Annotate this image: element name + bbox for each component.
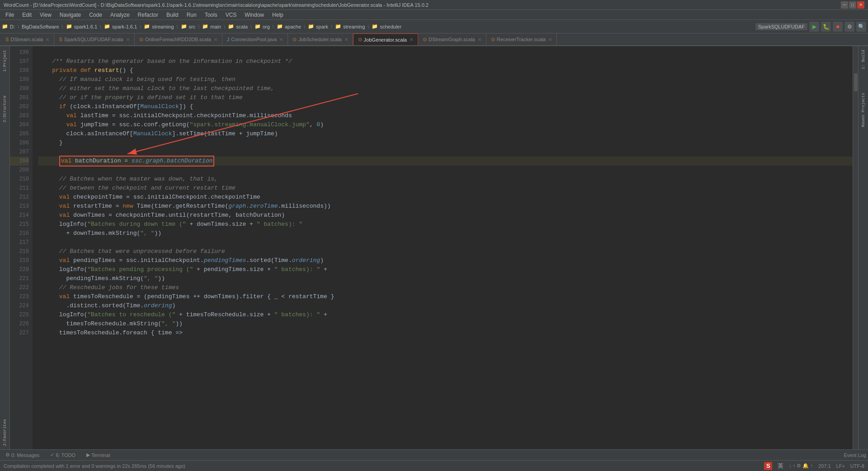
maximize-button[interactable]: □ [849,1,856,9]
breadcrumb-d[interactable]: D: [10,24,15,29]
window-controls: ─ □ ✕ [841,1,864,9]
bottom-tab-todo[interactable]: ✓ 6: TODO [47,451,79,459]
menu-view[interactable]: View [36,11,55,19]
event-log-label[interactable]: Event Log [844,452,866,458]
breadcrumb-streaming2[interactable]: streaming [343,24,365,29]
line-numbers: 196 197 198 199 200 201 202 203 204 205 … [10,46,33,449]
menu-run[interactable]: Run [183,11,200,19]
tab-close-dstreamgraph[interactable]: ✕ [478,37,481,42]
tab-dstreamgraph[interactable]: ⊙ DStreamGraph.scala ✕ [418,33,486,45]
debug-button[interactable]: 🐛 [821,22,831,32]
status-linesep[interactable]: LF+ [836,463,845,469]
code-line-221: pendingTimes.mkString(", ")) [38,274,853,283]
terminal-icon: ▶ [86,452,90,458]
tab-close-jobgenerator[interactable]: ✕ [410,37,413,42]
tab-connpool[interactable]: J ConnectionPool.java ✕ [222,33,288,45]
search-button[interactable]: 🔍 [856,22,866,32]
menu-code[interactable]: Code [85,11,106,19]
status-encoding[interactable]: UTF-8 [850,463,864,469]
code-line-214: val downTimes = checkpointTime.until(res… [38,211,853,220]
code-line-203: val lastTime = ssc.initialCheckpoint.che… [38,111,853,120]
tab-receivertracker[interactable]: ⊙ ReceiverTracker.scala ✕ [486,33,557,45]
breadcrumb-apache[interactable]: apache [285,24,301,29]
menu-tools[interactable]: Tools [201,11,221,19]
tab-dstream[interactable]: S DStream.scala ✕ [1,33,54,45]
folder-icon-spark161: 📁 [66,24,72,29]
tab-icon-connpool: J [227,37,230,42]
sidebar-build[interactable]: 1: Build [860,48,867,71]
tab-close-dstream[interactable]: ✕ [46,37,49,42]
intellij-s-icon: S [764,462,772,470]
tab-jobscheduler[interactable]: ⊙ JobScheduler.scala ✕ [288,33,353,45]
breadcrumb-bigdata[interactable]: BigDataSoftware [22,24,59,29]
tab-close-sparksql[interactable]: ✕ [126,37,130,42]
code-line-224: .distinct.sorted(Time.ordering) [38,301,853,310]
code-line-210: // Batches when the master was down, tha… [38,175,853,184]
menu-build[interactable]: Build [163,11,182,19]
stop-button[interactable]: ■ [833,22,843,32]
menu-navigate[interactable]: Navigate [56,11,85,19]
breadcrumb-streaming[interactable]: streaming [152,24,174,29]
todo-label: 6: TODO [56,452,75,458]
code-content[interactable]: /** Restarts the generator based on the … [33,46,853,449]
tab-label-jobgenerator: JobGenerator.scala [364,37,407,43]
menu-edit[interactable]: Edit [19,11,35,19]
menu-refactor[interactable]: Refactor [134,11,162,19]
tab-online[interactable]: ⊙ OnlineForeachRDD2DB.scala ✕ [135,33,222,45]
status-lang-icon: 英 [778,462,783,470]
left-sidebar: 1:Project 2:Structure 2:Favorites [0,46,10,449]
sidebar-maven[interactable]: Maven Projects [860,91,867,129]
tab-icon-sparksql: S [59,37,62,42]
status-position[interactable]: 207:1 [818,463,831,469]
tab-close-jobscheduler[interactable]: ✕ [344,37,348,42]
status-text: Compilation completed with 1 error and 0… [4,463,185,469]
run-config-label[interactable]: SparkSQLUDFUDAF [755,23,807,30]
tab-close-receivertracker[interactable]: ✕ [548,37,552,42]
menu-analyze[interactable]: Analyze [107,11,133,19]
tab-icon-receivertracker: ⊙ [491,37,495,43]
folder-icon-src: 📁 [181,24,187,29]
tab-sparksql[interactable]: S SparkSQLUDFUDAF.scala ✕ [54,33,134,45]
code-line-209 [38,166,853,175]
tab-close-online[interactable]: ✕ [214,37,217,42]
folder-icon-d: 📁 [2,24,8,29]
code-line-199: // If manual clock is being used for tes… [38,75,853,84]
minimize-button[interactable]: ─ [841,1,848,9]
breadcrumb-main[interactable]: main [210,24,221,29]
run-button[interactable]: ▶ [809,22,819,32]
breadcrumb-spark[interactable]: spark [316,24,328,29]
sidebar-structure[interactable]: 2:Structure [2,94,8,124]
sidebar-favorites[interactable]: 2:Favorites [2,417,8,447]
code-line-217 [38,238,853,247]
breadcrumb-scheduler[interactable]: scheduler [380,24,401,29]
tab-label-online: OnlineForeachRDD2DB.scala [145,37,211,42]
folder-icon-scheduler: 📁 [372,24,378,29]
folder-icon-org: 📁 [255,24,261,29]
settings-button[interactable]: ⚙ [844,22,854,32]
menu-help[interactable]: Help [269,11,287,19]
code-line-222: // Reschedule jobs for these times [38,283,853,292]
breadcrumb-spark161[interactable]: spark1.6.1 [74,24,97,29]
bottom-tab-messages[interactable]: ⚙ 0: Messages [2,451,43,459]
tab-label-connpool: ConnectionPool.java [231,37,277,42]
code-line-202: if (clock.isInstanceOf[ManualClock]) { [38,102,853,111]
code-line-200: // either set the manual clock to the la… [38,84,853,93]
code-editor[interactable]: 196 197 198 199 200 201 202 203 204 205 … [10,46,858,449]
tab-close-connpool[interactable]: ✕ [279,37,283,42]
tab-jobgenerator[interactable]: ⊙ JobGenerator.scala ✕ [353,33,418,45]
folder-icon-spark: 📁 [104,24,110,29]
menu-file[interactable]: File [2,11,18,19]
bottom-tab-terminal[interactable]: ▶ Terminal [83,451,114,459]
breadcrumb-org[interactable]: org [263,24,270,29]
code-line-215: logInfo("Batches during down time (" + d… [38,220,853,229]
tab-icon-jobscheduler: ⊙ [292,37,297,43]
sidebar-project[interactable]: 1:Project [2,48,8,74]
breadcrumb-scala[interactable]: scala [236,24,248,29]
close-button[interactable]: ✕ [857,1,864,9]
vertical-scrollbar[interactable] [853,46,858,449]
breadcrumb-src[interactable]: src [189,24,196,29]
menu-vcs[interactable]: VCS [222,11,241,19]
folder-icon-apache: 📁 [277,24,283,29]
breadcrumb-spark-161[interactable]: spark-1.6.1 [112,24,137,29]
menu-window[interactable]: Window [241,11,268,19]
